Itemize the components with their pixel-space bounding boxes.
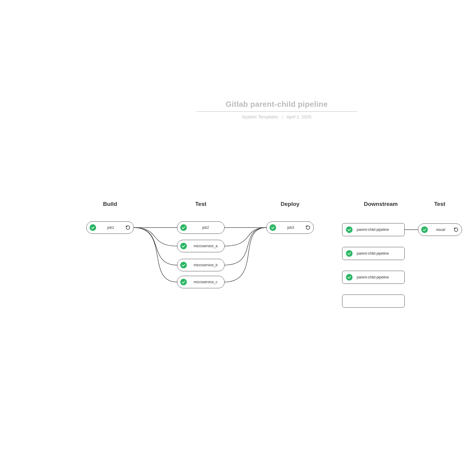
checkmark-icon (90, 224, 96, 231)
downstream-card-2[interactable]: parent-child-pipeline (342, 247, 405, 260)
downstream-card-empty[interactable] (342, 295, 405, 308)
retry-icon[interactable] (453, 227, 459, 232)
card-label: parent-child-pipeline (357, 228, 389, 232)
job-pill-job2[interactable]: job2 (177, 221, 225, 234)
job-label: visual (428, 228, 453, 232)
job-label: job2 (187, 226, 224, 230)
diagram-canvas: Gitlab parent-child pipeline System Temp… (0, 0, 476, 476)
connectors-svg (0, 0, 476, 476)
checkmark-icon (180, 243, 187, 249)
checkmark-icon (421, 226, 428, 233)
job-label: job3 (276, 226, 305, 230)
checkmark-icon (346, 226, 353, 233)
checkmark-icon (270, 224, 276, 231)
job-pill-job1[interactable]: job1 (86, 221, 134, 234)
job-label: microservice_b (187, 263, 224, 267)
job-label: microservice_a (187, 244, 224, 248)
job-label: microservice_c (187, 280, 224, 284)
retry-icon[interactable] (305, 225, 311, 230)
checkmark-icon (346, 274, 353, 281)
job-pill-microservice-c[interactable]: microservice_c (177, 276, 225, 288)
job-pill-visual[interactable]: visual (418, 223, 462, 236)
checkmark-icon (180, 262, 187, 268)
downstream-card-3[interactable]: parent-child-pipeline (342, 271, 405, 284)
job-pill-microservice-a[interactable]: microservice_a (177, 240, 225, 252)
card-label: parent-child-pipeline (357, 251, 389, 256)
retry-icon[interactable] (125, 225, 131, 230)
card-label: parent-child-pipeline (357, 275, 389, 279)
downstream-card-1[interactable]: parent-child-pipeline (342, 223, 405, 236)
job-pill-job3[interactable]: job3 (266, 221, 314, 234)
checkmark-icon (180, 224, 187, 231)
checkmark-icon (346, 250, 353, 257)
job-label: job1 (96, 226, 125, 230)
job-pill-microservice-b[interactable]: microservice_b (177, 259, 225, 271)
checkmark-icon (180, 279, 187, 285)
